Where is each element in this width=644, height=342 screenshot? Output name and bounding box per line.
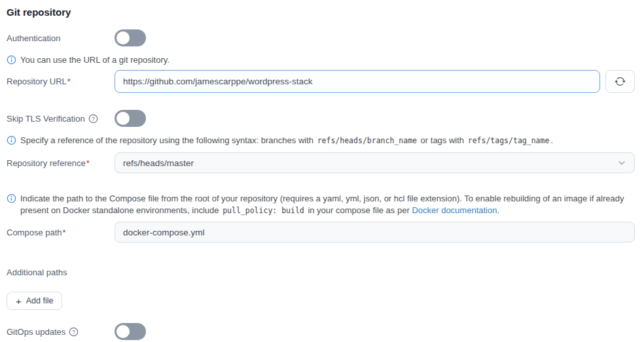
info-icon [7,55,16,65]
refresh-icon [615,76,626,87]
section-title: Git repository [7,7,635,18]
help-icon[interactable]: ? [88,114,98,124]
svg-text:?: ? [72,328,75,335]
hint-text: Specify a reference of the repository us… [20,135,553,146]
repository-reference-select[interactable]: refs/heads/master [115,152,635,173]
selected-reference: refs/heads/master [123,158,194,168]
repository-url-label: Repository URL* [7,77,115,86]
required-asterisk: * [67,77,71,86]
compose-path-hint: Indicate the path to the Compose file fr… [7,193,635,216]
repository-url-hint: You can use the URL of a git repository. [7,54,635,66]
docker-documentation-link[interactable]: Docker documentation [412,205,497,215]
authentication-toggle[interactable] [115,29,146,46]
code-branch-ref: refs/heads/branch_name [316,136,418,145]
repository-reference-row: Repository reference* refs/heads/master [7,152,635,173]
compose-path-label: Compose path* [7,228,115,237]
info-icon [7,194,16,203]
skip-tls-row: Skip TLS Verification ? [7,110,635,127]
required-asterisk: * [86,158,90,168]
add-file-button[interactable]: + Add file [7,292,62,310]
additional-paths-label: Additional paths [7,267,635,277]
repository-reference-label: Repository reference* [7,158,115,168]
repository-url-row: Repository URL* [7,70,635,93]
compose-path-row: Compose path* [7,222,635,243]
svg-text:?: ? [92,115,95,122]
help-icon[interactable]: ? [69,327,79,337]
reload-repository-button[interactable] [605,70,635,93]
hint-text: You can use the URL of a git repository. [20,54,170,66]
hint-text: Indicate the path to the Compose file fr… [20,193,635,216]
gitops-updates-row: GitOps updates ? [7,323,635,340]
gitops-updates-label: GitOps updates ? [7,327,115,337]
gitops-updates-toggle[interactable] [115,323,146,340]
authentication-row: Authentication [7,29,635,46]
git-repository-form: Git repository Authentication You can us… [0,0,644,340]
chevron-down-icon [617,158,626,167]
code-pull-policy: pull_policy: build [221,206,306,215]
skip-tls-label: Skip TLS Verification ? [7,114,115,124]
add-file-label: Add file [26,296,54,305]
required-asterisk: * [63,228,66,237]
code-tag-ref: refs/tags/tag_name [467,136,551,145]
plus-icon: + [16,296,22,306]
reference-hint: Specify a reference of the repository us… [7,135,635,146]
compose-path-input[interactable] [115,222,635,243]
toggle-knob [116,112,130,125]
repository-url-input[interactable] [115,70,600,93]
info-icon [7,135,16,145]
toggle-knob [116,31,130,44]
authentication-label: Authentication [7,33,115,43]
skip-tls-toggle[interactable] [115,110,146,127]
toggle-knob [116,325,130,338]
